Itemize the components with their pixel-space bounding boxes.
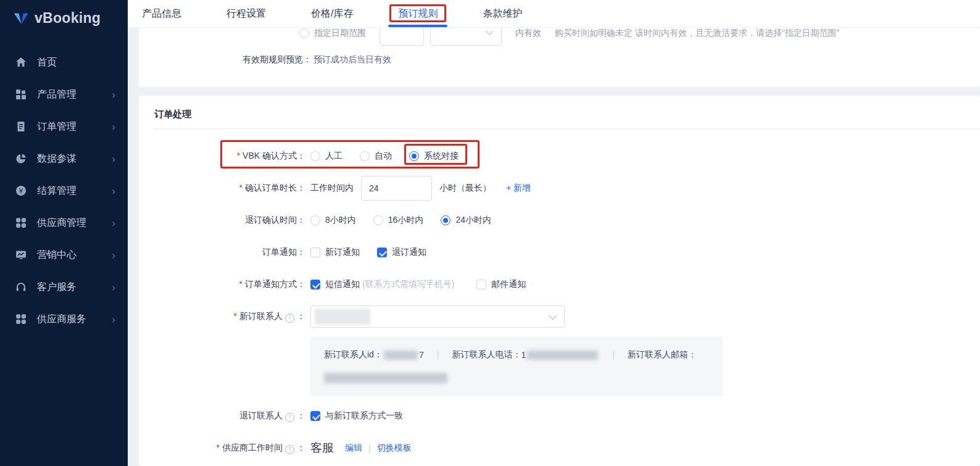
sidebar-item-data-advisor[interactable]: 数据参谋 › [0, 143, 128, 175]
refund-option-16h[interactable]: 16小时内 [373, 215, 424, 226]
checkbox-checked-icon[interactable] [310, 280, 320, 289]
vbk-confirm-row: *VBK 确认方式： 人工 自动 系统对接 [139, 144, 980, 169]
sms-notify-checkbox[interactable]: 短信通知 (联系方式需填写手机号) [310, 279, 454, 290]
svg-text:¥: ¥ [19, 187, 23, 195]
validity-preview-label: 有效期规则预览： [139, 54, 312, 65]
sidebar-item-home[interactable]: 首页 [0, 46, 128, 78]
separator: ｜ [609, 349, 618, 360]
checkbox-icon[interactable] [476, 280, 486, 289]
vbk-option-system[interactable]: 系统对接 [409, 151, 459, 162]
tab-price-inventory[interactable]: 价格/库存 [311, 0, 353, 27]
checkbox-icon[interactable] [310, 248, 320, 257]
checkbox-checked-icon[interactable] [310, 411, 320, 421]
refund-confirm-row: 退订确认时间： 8小时内 16小时内 24小时内 [139, 208, 980, 233]
date-range-radio[interactable] [299, 28, 309, 38]
refund-contact-row: 退订联系人!： 与新订联系方式一致 [139, 404, 980, 428]
vbooking-logo-icon [12, 11, 29, 26]
sidebar-menu: 首页 产品管理 › 订单管理 › 数据参谋 › ¥ [0, 46, 128, 335]
notify-refund-checkbox[interactable]: 退订通知 [377, 247, 426, 258]
chevron-down-icon [549, 312, 557, 320]
supplier-grid-icon [15, 217, 27, 228]
notify-method-row: *订单通知方式： 短信通知 (联系方式需填写手机号) 邮件通知 [139, 272, 980, 297]
vbk-confirm-label: VBK 确认方式： [243, 151, 305, 160]
sidebar-item-supplier-service[interactable]: 供应商服务 › [0, 303, 128, 335]
radio-checked-icon[interactable] [409, 151, 419, 161]
sms-hint: (联系方式需填写手机号) [362, 279, 454, 290]
radio-icon[interactable] [373, 215, 383, 225]
date-range-radio-label: 指定日期范围 [314, 28, 366, 39]
sidebar-item-label: 供应商服务 [37, 313, 86, 326]
order-notify-label: 订单通知： [139, 247, 305, 258]
supplier-worktime-row: *供应商工作时间!： 客服 编辑 | 切换模板 [139, 436, 980, 460]
tab-itinerary-settings[interactable]: 行程设置 [226, 0, 266, 27]
product-grid-icon [15, 89, 27, 100]
add-duration-link[interactable]: + 新增 [506, 183, 531, 194]
contact-phone-label: 新订联系人电话： [452, 349, 521, 360]
validity-unit-select[interactable] [430, 28, 502, 46]
refund-option-8h[interactable]: 8小时内 [310, 215, 356, 226]
section-title: 订单处理 [139, 96, 980, 120]
app-logo-text: vBooking [35, 10, 101, 27]
refund-contact-label: 退订联系人 [239, 410, 283, 420]
sidebar-item-label: 订单管理 [37, 120, 77, 133]
supplier-worktime-label: 供应商工作时间 [222, 443, 283, 452]
sidebar-item-label: 数据参谋 [37, 152, 77, 165]
switch-template-link[interactable]: 切换模板 [377, 443, 412, 454]
order-notify-row: 订单通知： 新订通知 退订通知 [139, 240, 980, 265]
redacted-contact-id [384, 351, 418, 360]
separator: ｜ [434, 349, 442, 360]
vbk-option-manual[interactable]: 人工 [310, 151, 343, 162]
sidebar-item-label: 首页 [37, 56, 57, 69]
data-pie-icon [15, 153, 27, 164]
new-contact-row: *新订联系人!： [139, 304, 980, 329]
required-asterisk: * [217, 443, 220, 452]
sidebar-item-product-mgmt[interactable]: 产品管理 › [0, 78, 128, 110]
radio-checked-icon[interactable] [441, 215, 451, 225]
sidebar-item-settlement-mgmt[interactable]: ¥ 结算管理 › [0, 175, 128, 207]
sidebar-item-label: 产品管理 [37, 88, 77, 101]
refund-option-24h[interactable]: 24小时内 [441, 215, 491, 226]
validity-rules-card: 指定日期范围 内有效 购买时间如明确未定 该时间内有效，且无激活要求，请选择“指… [139, 28, 980, 87]
notify-new-order-checkbox[interactable]: 新订通知 [310, 247, 360, 258]
validity-after-text: 内有效 [515, 28, 541, 39]
chevron-right-icon: › [112, 282, 115, 293]
new-contact-label: 新订联系人 [239, 311, 283, 321]
settlement-currency-icon: ¥ [15, 185, 27, 196]
info-icon[interactable]: ! [285, 413, 294, 422]
new-contact-select[interactable] [310, 306, 565, 328]
app-logo[interactable]: vBooking [0, 0, 128, 27]
contact-info-box: 新订联系人id： 7 ｜ 新订联系人电话： 1 ｜ 新订联系人邮箱： [310, 336, 723, 396]
active-tab-underline [388, 25, 447, 27]
sidebar-item-marketing-center[interactable]: 营销中心 › [0, 239, 128, 271]
validity-preview-row: 有效期规则预览： 预订成功后当日有效 [139, 54, 980, 66]
contact-phone-head: 1 [521, 350, 526, 360]
required-asterisk: * [234, 311, 237, 321]
info-icon[interactable]: ! [285, 314, 294, 323]
tab-booking-rules[interactable]: 预订规则 [398, 0, 438, 27]
info-icon[interactable]: ! [285, 445, 294, 454]
email-notify-checkbox[interactable]: 邮件通知 [476, 279, 526, 290]
tab-terms-maintenance[interactable]: 条款维护 [483, 0, 522, 27]
chevron-right-icon: › [112, 89, 115, 100]
tab-product-info[interactable]: 产品信息 [142, 0, 181, 27]
validity-number-input[interactable] [380, 28, 424, 46]
confirm-duration-input[interactable] [361, 176, 432, 201]
radio-icon[interactable] [360, 151, 370, 161]
refund-confirm-label: 退订确认时间： [139, 215, 305, 226]
edit-worktime-link[interactable]: 编辑 [345, 443, 362, 454]
chevron-down-icon [486, 28, 494, 35]
sidebar-item-supplier-mgmt[interactable]: 供应商管理 › [0, 207, 128, 239]
sidebar-item-order-mgmt[interactable]: 订单管理 › [0, 110, 128, 143]
chevron-right-icon: › [112, 218, 115, 228]
radio-icon[interactable] [310, 215, 320, 225]
redacted-contact-email [324, 373, 447, 383]
checkbox-checked-icon[interactable] [377, 248, 387, 257]
sidebar-item-customer-service[interactable]: 客户服务 › [0, 271, 128, 303]
contact-email-label: 新订联系人邮箱： [628, 349, 697, 360]
required-asterisk: * [239, 183, 243, 193]
same-as-new-contact-checkbox[interactable]: 与新订联系方式一致 [310, 410, 403, 422]
confirm-duration-prefix: 工作时间内 [310, 183, 354, 194]
marketing-monitor-icon [15, 249, 27, 260]
vbk-option-auto[interactable]: 自动 [360, 151, 392, 162]
radio-icon[interactable] [310, 151, 320, 161]
